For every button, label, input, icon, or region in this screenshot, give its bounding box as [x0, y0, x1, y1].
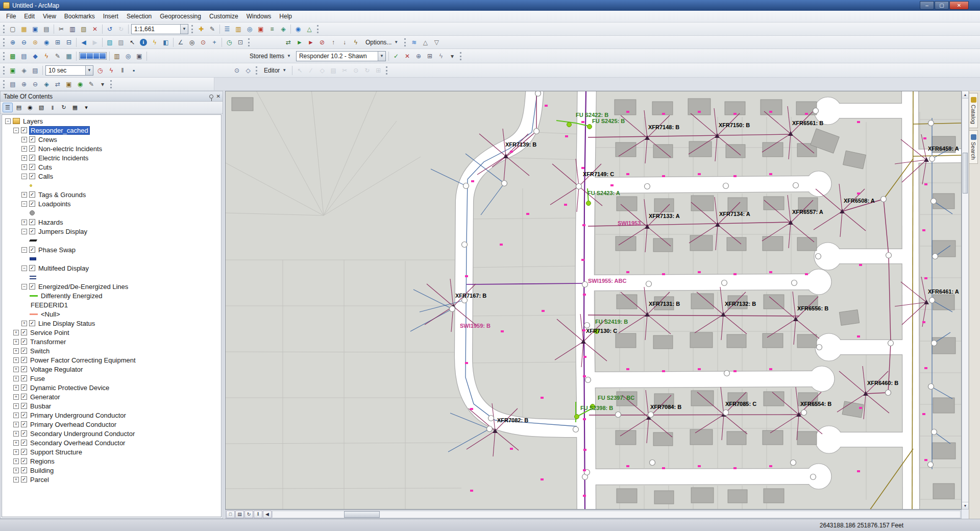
toolbar-grip[interactable]: [256, 66, 258, 75]
maximize-button[interactable]: ▢: [935, 1, 949, 10]
time-slider-icon[interactable]: ◷: [224, 37, 234, 47]
menu-help[interactable]: Help: [275, 12, 296, 21]
layer-item-secondary-underground-conductor[interactable]: +✓Secondary Underground Conductor: [2, 429, 221, 438]
reject-edits-icon[interactable]: ✕: [402, 51, 412, 61]
layer-item-cuts[interactable]: +✓Cuts: [2, 162, 221, 172]
layer-label[interactable]: Primary Underground Conductor: [29, 412, 127, 419]
expand-toggle-icon[interactable]: +: [21, 155, 27, 161]
layer-checkbox[interactable]: ✓: [21, 440, 27, 446]
trace-upstream-icon[interactable]: ↑: [328, 37, 338, 47]
layer-label[interactable]: Energized/De-Energized Lines: [37, 283, 129, 291]
expand-toggle-icon[interactable]: +: [21, 146, 27, 152]
toolbar-grip[interactable]: [386, 66, 388, 75]
add-barrier-icon[interactable]: ⊘: [317, 37, 327, 47]
attributes-window-icon[interactable]: ▤: [328, 65, 338, 75]
expand-toggle-icon[interactable]: +: [13, 385, 19, 391]
delete-icon[interactable]: ✕: [90, 24, 100, 34]
chevron-down-icon[interactable]: ▼: [180, 25, 188, 34]
layer-checkbox[interactable]: ✓: [21, 394, 27, 400]
designer-doc-icon[interactable]: ▤: [19, 51, 29, 61]
layer-item-differently-energized[interactable]: Differently Energized: [2, 291, 221, 300]
layer-label[interactable]: Generator: [29, 393, 61, 401]
layer-item-service-point[interactable]: +✓Service Point: [2, 328, 221, 337]
layer-label[interactable]: Parcel: [29, 476, 50, 484]
pause-updates-icon[interactable]: ‖: [117, 65, 128, 75]
expand-toggle-icon[interactable]: +: [13, 422, 19, 427]
add-edge-flag-icon[interactable]: ►: [306, 37, 316, 47]
go-forward-extent-icon[interactable]: ▶: [90, 37, 100, 47]
layer-checkbox[interactable]: ✓: [21, 458, 27, 464]
arcscene-icon[interactable]: △: [304, 24, 314, 34]
utility-network-b-icon[interactable]: △: [420, 37, 430, 47]
refresh-view-icon[interactable]: ↻: [244, 511, 253, 518]
layer-label[interactable]: Primary Overhead Conductor: [29, 421, 117, 428]
list-by-drawing-order-icon[interactable]: ☰: [3, 103, 13, 112]
layer-checkbox[interactable]: ✓: [21, 384, 27, 391]
layer-item-hazards[interactable]: +✓Hazards: [2, 218, 221, 227]
layer-item-loadpoints[interactable]: −✓Loadpoints: [2, 199, 221, 208]
layer-item-transformer[interactable]: +✓Transformer: [2, 337, 221, 346]
menu-view[interactable]: View: [39, 12, 60, 21]
layer-label[interactable]: Differently Energized: [40, 292, 103, 300]
expand-toggle-icon[interactable]: +: [13, 394, 19, 400]
hyperlink-icon[interactable]: ϟ: [150, 37, 160, 47]
menu-edit[interactable]: Edit: [20, 12, 39, 21]
chevron-down-icon[interactable]: ▼: [378, 52, 385, 61]
utility-network-a-icon[interactable]: ≋: [409, 37, 419, 47]
layer-label[interactable]: Fuse: [29, 375, 46, 382]
map-scale-combo[interactable]: 1:1,661▼: [131, 24, 188, 34]
expand-toggle-icon[interactable]: +: [21, 164, 27, 170]
layer-item-generator[interactable]: +✓Generator: [2, 392, 221, 401]
back-extent-small-icon[interactable]: ◀: [263, 511, 272, 518]
go-back-extent-icon[interactable]: ◀: [79, 37, 89, 47]
create-features-icon[interactable]: ⊞: [373, 65, 383, 75]
arcfm-trace-results-icon[interactable]: ▤: [8, 79, 18, 89]
zoom-out-icon[interactable]: ⊖: [19, 37, 29, 47]
toolbar-grip[interactable]: [3, 52, 5, 60]
construct-tool-icon[interactable]: ◇: [243, 65, 253, 75]
add-junction-flag-icon[interactable]: ►: [295, 37, 305, 47]
toolbar-grip[interactable]: [3, 80, 5, 88]
solve-trace-icon[interactable]: ϟ: [351, 37, 361, 47]
select-features-icon[interactable]: ▧: [105, 37, 115, 47]
layer-checkbox[interactable]: ✓: [21, 476, 27, 482]
expand-toggle-icon[interactable]: +: [13, 440, 19, 446]
legend-symbol-row[interactable]: [2, 181, 221, 190]
expand-toggle-icon[interactable]: −: [5, 118, 11, 124]
layer-item-switch[interactable]: +✓Switch: [2, 346, 221, 355]
expand-toggle-icon[interactable]: +: [13, 458, 19, 464]
expand-toggle-icon[interactable]: +: [13, 403, 19, 409]
network-diamond-icon[interactable]: ◆: [30, 51, 40, 61]
expand-toggle-icon[interactable]: +: [21, 137, 27, 142]
layer-item-jumpers-display[interactable]: −✓Jumpers Display: [2, 227, 221, 236]
sketch-tool-icon[interactable]: ∕: [306, 65, 316, 75]
arcfm-zoom-out-icon[interactable]: ⊖: [30, 79, 40, 89]
layer-checkbox[interactable]: ✓: [29, 155, 35, 161]
redo-icon[interactable]: ↻: [116, 24, 126, 34]
annotation-tool-icon[interactable]: ✎: [53, 51, 63, 61]
legend-symbol-row[interactable]: [2, 254, 221, 263]
layer-label[interactable]: Voltage Regulator: [29, 366, 84, 373]
expand-toggle-icon[interactable]: +: [13, 348, 19, 354]
data-view-icon[interactable]: □: [226, 511, 235, 518]
layer-checkbox[interactable]: ✓: [29, 265, 35, 271]
toc-refresh-icon[interactable]: ↻: [59, 103, 69, 112]
layer-item-fuse[interactable]: +✓Fuse: [2, 374, 221, 383]
arcfm-more-icon[interactable]: ▾: [97, 79, 108, 89]
layer-item-crews[interactable]: +✓Crews: [2, 135, 221, 144]
layer-checkbox[interactable]: ✓: [29, 283, 35, 289]
legend-symbol-row[interactable]: [2, 273, 221, 282]
toolbar-grip[interactable]: [460, 52, 462, 60]
add-data-icon[interactable]: ✚: [196, 24, 206, 34]
search-window-icon[interactable]: ◎: [244, 24, 255, 34]
close-button[interactable]: ✕: [949, 1, 969, 10]
arcfm-diamond-icon[interactable]: ◈: [41, 79, 52, 89]
layer-item-dynamic-protective-device[interactable]: +✓Dynamic Protective Device: [2, 383, 221, 392]
arcfm-target-icon[interactable]: ◉: [75, 79, 85, 89]
python-window-icon[interactable]: ≡: [267, 24, 277, 34]
menu-file[interactable]: File: [2, 12, 20, 21]
layer-label[interactable]: Crews: [37, 136, 58, 143]
layer-checkbox[interactable]: ✓: [21, 421, 27, 427]
layer-label[interactable]: Building: [29, 467, 55, 474]
edit-tool-icon[interactable]: ↖: [295, 65, 305, 75]
